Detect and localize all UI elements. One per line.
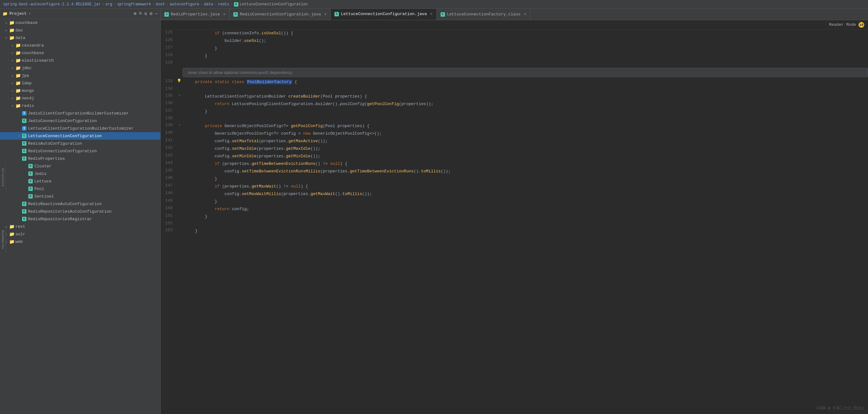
folder-icon: 📁 xyxy=(15,103,21,108)
tree-item-couchbase[interactable]: ▸ 📁 couchbase xyxy=(0,49,160,57)
path-autoconfigure[interactable]: autoconfigure xyxy=(170,2,199,7)
line-number: 149 xyxy=(161,198,176,203)
line-content: GenericObjectPoolConfig<?> config = new … xyxy=(183,130,868,137)
line-number: 142 xyxy=(161,145,176,150)
tab-tab4[interactable]: C LettuceConnectionFactory.class × xyxy=(437,9,530,20)
class-icon: C xyxy=(22,118,27,123)
folder-icon: 📁 xyxy=(15,65,21,71)
jar-name[interactable]: spring-boot-autoconfigure-2.2.4.RELEASE.… xyxy=(3,2,101,7)
code-token: getTimeBetweenEvictionRuns xyxy=(252,161,316,166)
tree-item-rest[interactable]: ▸ 📁 rest xyxy=(0,223,160,230)
structure-tab-left[interactable]: Structure xyxy=(0,166,6,189)
code-token: static xyxy=(215,79,229,84)
tree-item-jedisconnectionconfiguration[interactable]: C JedisConnectionConfiguration xyxy=(0,117,160,125)
tree-item-data[interactable]: ▾ 📁 data xyxy=(0,34,160,41)
tree-label: LettuceClientConfigurationBuilderCustomi… xyxy=(28,126,133,131)
tab-tab2[interactable]: C RedisConnectionConfiguration.java × xyxy=(229,9,331,20)
tree-item-solr[interactable]: ▸ 📁 solr xyxy=(0,230,160,238)
tree-arrow: ▸ xyxy=(4,28,9,32)
folder-icon: 📁 xyxy=(15,73,21,78)
tree-item-elasticsearch[interactable]: ▸ 📁 elasticsearch xyxy=(0,57,160,64)
hint-bulb[interactable]: 💡 xyxy=(177,79,181,83)
tree-label: web xyxy=(16,239,23,244)
locate-icon[interactable]: ⊕ xyxy=(133,11,136,17)
interface-icon: I xyxy=(22,126,27,131)
code-line-141: 141 config.setMaxTotal(properties.getMax… xyxy=(161,137,868,145)
folder-icon: 📁 xyxy=(15,96,21,101)
tree-item-couchbase[interactable]: ▸ 📁 couchbase xyxy=(0,19,160,27)
tab-tab3[interactable]: C LettuceConnectionConfiguration.java × xyxy=(331,9,436,20)
tree-item-redisconnectionconfiguration[interactable]: C RedisConnectionConfiguration xyxy=(0,147,160,155)
tree-item-redisrepositoriesautoconfiguration[interactable]: C RedisRepositoriesAutoConfiguration xyxy=(0,208,160,215)
tab-label-tab1: RedisProperties.java xyxy=(171,12,220,17)
code-token: toMillis xyxy=(421,169,441,174)
tree-item-ldap[interactable]: ▸ 📁 ldap xyxy=(0,79,160,87)
tree-item-lettuce[interactable]: C Lettuce xyxy=(0,177,160,185)
sort-icon[interactable]: ⇅ xyxy=(144,11,147,17)
tree-item-redisrepositoriesregistrar[interactable]: C RedisRepositoriesRegistrar xyxy=(0,215,160,223)
path-boot[interactable]: boot xyxy=(156,2,165,7)
tree-label: couchbase xyxy=(16,21,37,25)
tree-label: Lettuce xyxy=(34,179,52,184)
code-line-139: 139▾ private GenericObjectPoolConfig<?> … xyxy=(161,123,868,130)
reader-mode-button[interactable]: Reader Mode xyxy=(829,22,856,27)
tab-close-tab3[interactable]: × xyxy=(430,12,432,17)
minimize-icon[interactable]: — xyxy=(155,11,158,16)
fold-arrow[interactable]: ▾ xyxy=(179,93,181,97)
project-sidebar: 📁 Project ▾ ⊕ ≡ ⇅ ⚙ — ▸ 📁 couchbase ▸ 📁 … xyxy=(0,9,161,414)
tree-item-pool[interactable]: C Pool xyxy=(0,185,160,193)
tree-item-redisreactiveautoconfiguration[interactable]: C RedisReactiveAutoConfiguration xyxy=(0,200,160,208)
tree-item-jdbc[interactable]: ▸ 📁 jdbc xyxy=(0,64,160,72)
folder-icon: 📁 xyxy=(15,50,21,56)
code-line-148: 148 config.setMaxWaitMillis(properties.g… xyxy=(161,190,868,198)
path-redis[interactable]: redis xyxy=(218,2,229,7)
path-org[interactable]: org xyxy=(105,2,113,7)
tree-item-jpa[interactable]: ▸ 📁 jpa xyxy=(0,72,160,79)
tree-item-redisautoconfiguration[interactable]: C RedisAutoConfiguration xyxy=(0,140,160,147)
settings-icon[interactable]: ⚙ xyxy=(150,11,152,17)
tree-item-redis[interactable]: ▾ 📁 redis xyxy=(0,102,160,109)
bookmarks-tab[interactable]: Bookmarks xyxy=(0,228,6,251)
fold-arrow[interactable]: ▾ xyxy=(179,123,181,127)
tree-item-redisproperties[interactable]: C RedisProperties xyxy=(0,155,160,162)
tree-item-neo4j[interactable]: ▸ 📁 neo4j xyxy=(0,94,160,102)
line-number: 152 xyxy=(161,221,176,226)
tree-label: JedisClientConfigurationBuilderCustomize… xyxy=(28,111,129,116)
path-springframework[interactable]: springframework xyxy=(117,2,151,7)
tree-item-web[interactable]: ▸ 📁 web xyxy=(0,238,160,245)
code-editor[interactable]: 125 if (connectionInfo.isUseSsl()) {126 … xyxy=(161,30,868,414)
tab-close-tab2[interactable]: × xyxy=(324,12,327,17)
line-gutter: ▾ xyxy=(176,93,183,97)
tree-item-dao[interactable]: ▸ 📁 dao xyxy=(0,27,160,34)
code-token: setTimeBetweenEvictionRunsMillis xyxy=(242,169,320,174)
tree-item-mongo[interactable]: ▸ 📁 mongo xyxy=(0,87,160,94)
tree-label: cassandra xyxy=(22,43,44,48)
tree-item-cluster[interactable]: C Cluster xyxy=(0,162,160,170)
line-number: 129 xyxy=(161,60,176,65)
tree-label: Cluster xyxy=(34,164,52,169)
tree-item-lettuceconnectionconfiguration[interactable]: ▾ C LettuceConnectionConfiguration xyxy=(0,132,160,140)
line-content: config.setMaxWaitMillis(properties.getMa… xyxy=(183,191,868,198)
collapse-all-icon[interactable]: ≡ xyxy=(139,11,142,16)
tree-label: Jedis xyxy=(34,171,46,176)
line-number: 148 xyxy=(161,191,176,195)
tree-label: RedisRepositoriesRegistrar xyxy=(28,217,92,221)
line-content: } xyxy=(183,228,868,235)
tree-item-jedis[interactable]: C Jedis xyxy=(0,170,160,177)
tree-label: jdbc xyxy=(22,66,31,70)
tree-item-lettuceclientconfigurationbuildercustomizer[interactable]: I LettuceClientConfigurationBuilderCusto… xyxy=(0,125,160,132)
line-content: config.setMinIdle(properties.getMinIdle(… xyxy=(183,153,868,160)
tab-tab1[interactable]: J RedisProperties.java × xyxy=(161,9,229,20)
path-data[interactable]: data xyxy=(204,2,213,7)
tree-item-cassandra[interactable]: ▸ 📁 cassandra xyxy=(0,41,160,49)
code-line-143: 143 config.setMinIdle(properties.getMinI… xyxy=(161,152,868,160)
tab-close-tab1[interactable]: × xyxy=(223,12,225,17)
tab-close-tab4[interactable]: × xyxy=(524,12,526,17)
tree-item-sentinel[interactable]: C Sentinel xyxy=(0,193,160,200)
line-number: 153 xyxy=(161,228,176,233)
folder-icon: 📁 xyxy=(15,58,21,63)
tree-label: rest xyxy=(16,224,25,229)
tree-item-jedisclientconfigurationbuildercustomizer[interactable]: I JedisClientConfigurationBuilderCustomi… xyxy=(0,109,160,117)
code-line-125: 125 if (connectionInfo.isUseSsl()) { xyxy=(161,30,868,37)
class-icon: C xyxy=(22,157,27,161)
